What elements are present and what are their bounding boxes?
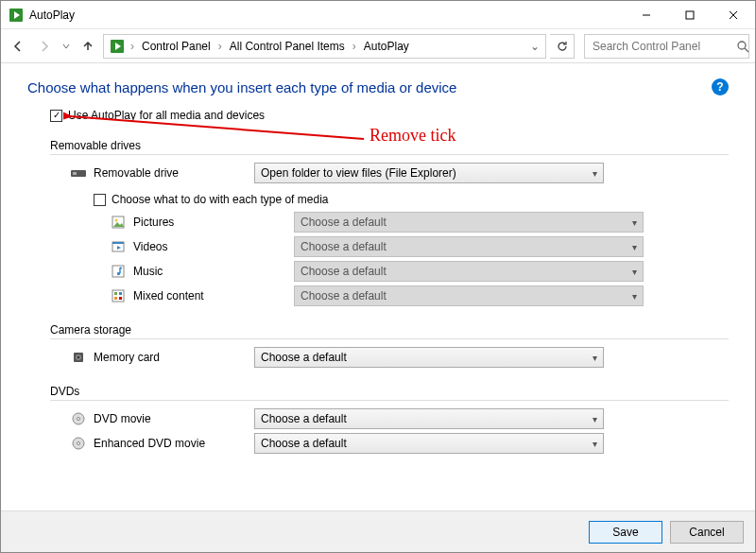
chevron-down-icon: ▾ <box>632 242 637 252</box>
item-label: Mixed content <box>133 289 294 302</box>
section-removable-drives: Removable drives Removable drive Open fo… <box>50 139 729 306</box>
use-autoplay-checkbox[interactable] <box>50 110 62 122</box>
memory-card-icon <box>71 350 86 365</box>
pictures-icon <box>111 215 126 230</box>
maximize-button[interactable] <box>668 1 712 29</box>
dropdown-music[interactable]: Choose a default ▾ <box>294 261 644 282</box>
divider <box>50 400 729 401</box>
nav-forward-button[interactable] <box>33 35 56 58</box>
row-music: Music Choose a default ▾ <box>111 261 729 282</box>
dropdown-enhanced-dvd-movie[interactable]: Choose a default ▾ <box>254 433 604 454</box>
row-memory-card: Memory card Choose a default ▾ <box>71 347 729 368</box>
dropdown-removable-drive[interactable]: Open folder to view files (File Explorer… <box>254 163 604 183</box>
svg-point-28 <box>77 418 80 421</box>
chevron-down-icon: ▾ <box>632 217 637 228</box>
section-title: Removable drives <box>50 139 729 152</box>
navbar: › Control Panel › All Control Panel Item… <box>1 29 755 63</box>
svg-rect-15 <box>112 242 124 244</box>
titlebar: AutoPlay <box>1 1 755 29</box>
row-enhanced-dvd-movie: Enhanced DVD movie Choose a default ▾ <box>71 433 729 454</box>
save-button[interactable]: Save <box>589 521 662 544</box>
breadcrumb-autoplay[interactable]: AutoPlay <box>360 38 413 55</box>
disc-icon <box>71 436 86 451</box>
chevron-right-icon: › <box>351 40 358 53</box>
search-input[interactable] <box>591 39 736 54</box>
svg-rect-3 <box>686 11 694 19</box>
window-title: AutoPlay <box>29 9 75 22</box>
chevron-down-icon: ▾ <box>593 168 597 179</box>
item-label: Removable drive <box>94 166 254 180</box>
svg-rect-19 <box>112 290 124 302</box>
svg-rect-11 <box>73 172 77 175</box>
svg-point-30 <box>77 442 80 445</box>
help-icon[interactable]: ? <box>712 78 729 95</box>
nav-back-button[interactable] <box>7 35 29 58</box>
row-videos: Videos Choose a default ▾ <box>111 236 729 257</box>
chevron-down-icon: ▾ <box>632 291 637 302</box>
svg-point-8 <box>738 42 746 49</box>
row-pictures: Pictures Choose a default ▾ <box>111 212 729 233</box>
breadcrumb-control-panel[interactable]: Control Panel <box>138 38 215 55</box>
row-mixed-content: Mixed content Choose a default ▾ <box>111 285 729 306</box>
dropdown-pictures[interactable]: Choose a default ▾ <box>294 212 644 233</box>
chevron-down-icon: ▾ <box>593 439 597 449</box>
choose-media-type-label: Choose what to do with each type of medi… <box>112 193 328 206</box>
choose-media-type-checkbox[interactable] <box>94 194 106 206</box>
cancel-button[interactable]: Cancel <box>670 521 744 544</box>
item-label: Pictures <box>133 216 294 229</box>
disc-icon <box>71 411 86 426</box>
drive-icon <box>71 165 86 181</box>
nav-history-dropdown[interactable] <box>60 35 73 58</box>
divider <box>50 338 729 339</box>
svg-rect-20 <box>114 292 117 295</box>
svg-point-18 <box>117 272 120 275</box>
breadcrumb-all-items[interactable]: All Control Panel Items <box>226 38 349 55</box>
autoplay-path-icon <box>108 37 127 56</box>
svg-rect-23 <box>119 297 122 300</box>
chevron-down-icon: ▾ <box>632 267 637 277</box>
svg-rect-21 <box>119 292 122 295</box>
minimize-button[interactable] <box>625 1 668 29</box>
chevron-down-icon: ▾ <box>593 414 597 424</box>
svg-point-13 <box>115 219 118 222</box>
section-title: DVDs <box>50 385 729 398</box>
svg-line-9 <box>745 48 748 52</box>
use-autoplay-label: Use AutoPlay for all media and devices <box>68 109 265 122</box>
section-camera-storage: Camera storage Memory card Choose a defa… <box>50 323 729 368</box>
footer: Save Cancel <box>1 510 755 552</box>
row-removable-drive: Removable drive Open folder to view file… <box>71 163 729 183</box>
close-button[interactable] <box>712 1 755 29</box>
svg-rect-17 <box>112 266 124 277</box>
dropdown-dvd-movie[interactable]: Choose a default ▾ <box>254 408 604 429</box>
divider <box>50 154 729 155</box>
section-dvds: DVDs DVD movie Choose a default ▾ Enhanc… <box>50 385 729 454</box>
content-pane: Choose what happens when you insert each… <box>1 63 755 510</box>
autoplay-app-icon <box>9 8 24 23</box>
search-box[interactable] <box>584 34 749 59</box>
svg-rect-22 <box>114 297 117 300</box>
item-label: Memory card <box>94 351 254 364</box>
page-heading: Choose what happens when you insert each… <box>27 79 712 95</box>
item-label: Enhanced DVD movie <box>94 437 254 450</box>
chevron-right-icon: › <box>216 40 224 53</box>
item-label: Videos <box>133 240 294 253</box>
mixed-content-icon <box>111 288 126 303</box>
svg-point-26 <box>77 356 80 359</box>
chevron-down-icon: ▾ <box>593 353 597 363</box>
dropdown-videos[interactable]: Choose a default ▾ <box>294 236 644 257</box>
chevron-down-icon[interactable]: ⌄ <box>528 40 541 53</box>
refresh-button[interactable] <box>550 34 575 59</box>
dropdown-memory-card[interactable]: Choose a default ▾ <box>254 347 604 368</box>
item-label: DVD movie <box>94 412 254 425</box>
search-icon <box>736 40 749 53</box>
row-dvd-movie: DVD movie Choose a default ▾ <box>71 408 729 429</box>
section-title: Camera storage <box>50 323 729 337</box>
dropdown-mixed-content[interactable]: Choose a default ▾ <box>294 285 644 306</box>
videos-icon <box>111 239 126 254</box>
nav-up-button[interactable] <box>77 35 99 58</box>
address-breadcrumb[interactable]: › Control Panel › All Control Panel Item… <box>103 34 546 59</box>
chevron-right-icon: › <box>129 40 136 53</box>
music-icon <box>111 264 126 279</box>
item-label: Music <box>133 265 294 278</box>
